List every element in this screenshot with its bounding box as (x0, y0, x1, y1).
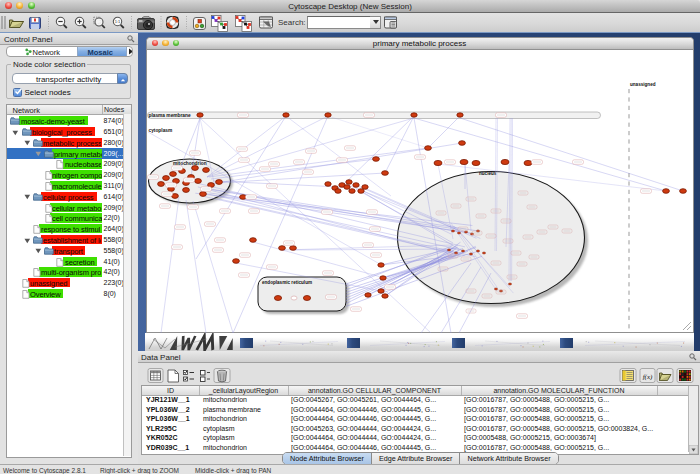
svg-text:nucleus: nucleus (479, 171, 497, 176)
svg-text:f(x): f(x) (643, 373, 653, 381)
svg-text:1:1: 1:1 (115, 19, 121, 24)
svg-text:plasma membrane: plasma membrane (148, 113, 190, 118)
svg-text:mitochondrion: mitochondrion (173, 161, 207, 166)
svg-text:cytoplasm: cytoplasm (148, 128, 172, 133)
svg-text:unassigned: unassigned (630, 82, 656, 87)
svg-text:endoplasmic reticulum: endoplasmic reticulum (262, 280, 312, 285)
